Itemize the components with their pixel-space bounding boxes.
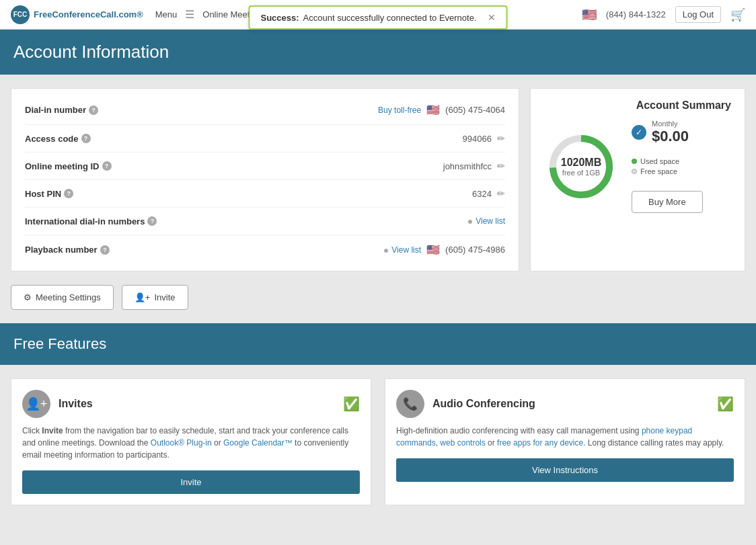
legend: Used space Free space: [632, 157, 703, 177]
success-banner: Success: Account successfully connected …: [248, 5, 507, 30]
web-controls-link[interactable]: web controls: [440, 438, 485, 448]
playback-help-icon[interactable]: ?: [100, 245, 110, 255]
legend-used: Used space: [632, 157, 703, 165]
logo-circle: FCC: [11, 5, 30, 24]
intl-dial-label: International dial-in numbers ?: [25, 216, 173, 226]
online-meeting-id-value: johnsmithfcc ✏: [443, 161, 505, 171]
main-content: Dial-in number ? Buy toll-free 🇺🇸 (605) …: [0, 75, 756, 526]
donut-center-text: 1020MB free of 1GB: [561, 157, 601, 177]
close-icon[interactable]: ✕: [488, 12, 496, 23]
dial-in-number: (605) 475-4064: [445, 105, 505, 115]
buy-more-button[interactable]: Buy More: [632, 191, 703, 213]
intl-dial-help-icon[interactable]: ?: [147, 216, 157, 226]
intl-view-list-link[interactable]: ● View list: [467, 216, 505, 226]
free-apps-link[interactable]: free apps for any device: [497, 438, 583, 448]
phone-number: (844) 844-1322: [606, 9, 666, 19]
table-row: Access code ? 994066 ✏: [25, 125, 505, 153]
donut-chart: 1020MB free of 1GB: [544, 130, 618, 204]
logout-button[interactable]: Log Out: [675, 6, 721, 23]
page-header: Account Information: [0, 30, 756, 75]
monthly-info: Monthly $0.00: [652, 120, 689, 145]
storage-used-label: 1020MB: [561, 157, 601, 169]
success-label: Success:: [260, 13, 299, 23]
features-grid: 👤+ Invites ✅ Click Invite from the navig…: [11, 365, 745, 512]
cart-icon[interactable]: 🛒: [730, 7, 745, 22]
menu-item-menu[interactable]: Menu: [155, 9, 178, 19]
dial-in-help-icon[interactable]: ?: [89, 106, 98, 115]
action-buttons: ⚙ Meeting Settings 👤+ Invite: [11, 285, 745, 310]
host-pin-value: 6324 ✏: [472, 188, 505, 199]
account-summary-card: Account Summary 1020MB free of 1GB: [530, 88, 745, 271]
invite-button[interactable]: 👤+ Invite: [122, 285, 188, 310]
intl-dial-value: ● View list: [467, 216, 505, 226]
audio-title-row: Audio Conferencing ✅: [432, 396, 734, 412]
audio-desc: High-definition audio conferencing with …: [396, 425, 734, 449]
globe-icon-2: ●: [383, 245, 389, 255]
invites-feature-card: 👤+ Invites ✅ Click Invite from the navig…: [11, 378, 371, 505]
summary-title: Account Summary: [636, 99, 731, 112]
online-meeting-edit-icon[interactable]: ✏: [497, 161, 505, 171]
dial-in-value: Buy toll-free 🇺🇸 (605) 475-4064: [378, 103, 505, 116]
summary-right: ✓ Monthly $0.00 Used space: [632, 120, 703, 213]
online-meeting-help-icon[interactable]: ?: [102, 161, 112, 171]
invites-feature-header: 👤+ Invites ✅: [22, 390, 360, 418]
free-features-title: Free Features: [13, 335, 743, 353]
audio-conferencing-feature-card: 📞 Audio Conferencing ✅ High-definition a…: [385, 378, 745, 505]
buy-toll-free-link[interactable]: Buy toll-free: [378, 106, 421, 115]
meeting-settings-button[interactable]: ⚙ Meeting Settings: [11, 285, 114, 310]
logo-text: FreeConferenceCall.com®: [34, 9, 143, 19]
invite-icon: 👤+: [135, 292, 151, 302]
monthly-amount: $0.00: [652, 128, 689, 145]
navbar: FCC FreeConferenceCall.com® Menu ☰ Onlin…: [0, 0, 756, 30]
free-dot: [632, 169, 637, 174]
info-row-container: Dial-in number ? Buy toll-free 🇺🇸 (605) …: [11, 88, 745, 271]
access-code-edit-icon[interactable]: ✏: [497, 133, 505, 144]
host-pin-label: Host PIN ?: [25, 189, 173, 199]
playback-number: (605) 475-4986: [445, 245, 505, 255]
monthly-section: ✓ Monthly $0.00: [632, 120, 703, 145]
google-calendar-link[interactable]: Google Calendar™: [223, 438, 293, 448]
used-dot: [632, 159, 637, 164]
online-meeting-id: johnsmithfcc: [443, 161, 492, 171]
playback-flag-icon: 🇺🇸: [426, 243, 440, 256]
storage-sublabel: free of 1GB: [561, 169, 601, 177]
view-instructions-btn[interactable]: View Instructions: [396, 458, 734, 482]
navbar-right: 🇺🇸 (844) 844-1322 Log Out 🛒: [582, 6, 745, 23]
table-row: Playback number ? ● View list 🇺🇸 (605) 4…: [25, 235, 505, 264]
access-code-help-icon[interactable]: ?: [81, 134, 91, 143]
table-row: Online meeting ID ? johnsmithfcc ✏: [25, 153, 505, 180]
monthly-label: Monthly: [652, 120, 689, 128]
invites-title: Invites: [59, 398, 93, 410]
audio-icon: 📞: [396, 390, 424, 418]
table-row: Dial-in number ? Buy toll-free 🇺🇸 (605) …: [25, 95, 505, 125]
access-code-number: 994066: [463, 134, 492, 144]
access-code-value: 994066 ✏: [463, 133, 505, 144]
invites-btn[interactable]: Invite: [22, 470, 360, 494]
playback-value: ● View list 🇺🇸 (605) 475-4986: [383, 243, 505, 256]
table-row: International dial-in numbers ? ● View l…: [25, 208, 505, 235]
access-code-label: Access code ?: [25, 134, 173, 144]
logo[interactable]: FCC FreeConferenceCall.com®: [11, 5, 143, 24]
online-meeting-id-label: Online meeting ID ?: [25, 161, 173, 171]
audio-conferencing-feature-header: 📞 Audio Conferencing ✅: [396, 390, 734, 418]
invites-desc: Click Invite from the navigation bar to …: [22, 425, 360, 461]
hamburger-icon[interactable]: ☰: [185, 8, 194, 21]
audio-check-icon: ✅: [717, 396, 734, 412]
flag-icon: 🇺🇸: [582, 7, 597, 22]
globe-icon: ●: [467, 216, 473, 226]
page-title: Account Information: [13, 42, 743, 62]
outlook-plugin-link[interactable]: Outlook® Plug-in: [151, 438, 212, 448]
donut-area: 1020MB free of 1GB ✓ Monthly $0.00: [544, 120, 731, 213]
free-features-header: Free Features: [0, 323, 756, 365]
playback-view-list-link[interactable]: ● View list: [383, 245, 421, 255]
invites-check-icon: ✅: [343, 396, 360, 412]
legend-free: Free space: [632, 167, 703, 175]
dial-in-label: Dial-in number ?: [25, 105, 173, 115]
check-circle-icon: ✓: [632, 125, 646, 140]
success-message: Account successfully connected to Everno…: [303, 13, 477, 23]
host-pin-edit-icon[interactable]: ✏: [497, 188, 505, 199]
host-pin-help-icon[interactable]: ?: [64, 189, 73, 198]
invites-title-row: Invites ✅: [59, 396, 360, 412]
account-details-card: Dial-in number ? Buy toll-free 🇺🇸 (605) …: [11, 88, 519, 271]
host-pin-number: 6324: [472, 189, 492, 199]
